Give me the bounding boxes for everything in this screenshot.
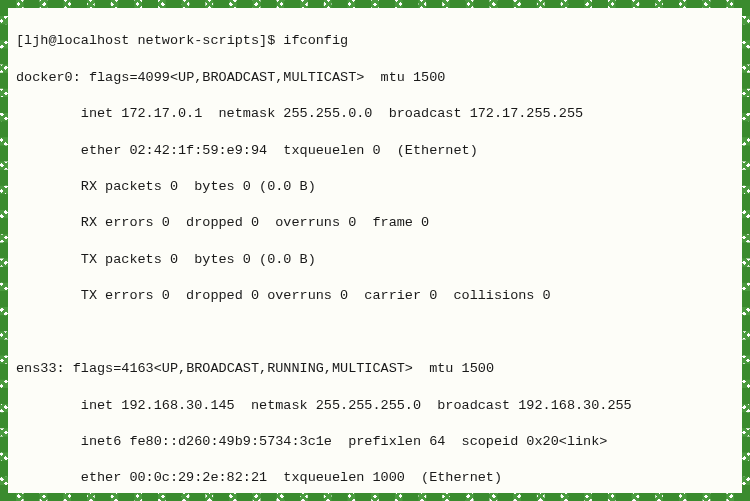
terminal-output: [ljh@localhost network-scripts]$ ifconfi… — [8, 8, 742, 493]
ens33-inet: inet 192.168.30.145 netmask 255.255.255.… — [16, 397, 734, 415]
docker0-ether: ether 02:42:1f:59:e9:94 txqueuelen 0 (Et… — [16, 142, 734, 160]
docker0-header: docker0: flags=4099<UP,BROADCAST,MULTICA… — [16, 69, 734, 87]
shell-prompt[interactable]: [ljh@localhost network-scripts]$ ifconfi… — [16, 32, 734, 50]
blank-line — [16, 324, 734, 342]
docker0-tx-errors: TX errors 0 dropped 0 overruns 0 carrier… — [16, 287, 734, 305]
ens33-ether: ether 00:0c:29:2e:82:21 txqueuelen 1000 … — [16, 469, 734, 487]
ens33-inet6: inet6 fe80::d260:49b9:5734:3c1e prefixle… — [16, 433, 734, 451]
docker0-tx-packets: TX packets 0 bytes 0 (0.0 B) — [16, 251, 734, 269]
docker0-inet: inet 172.17.0.1 netmask 255.255.0.0 broa… — [16, 105, 734, 123]
docker0-rx-packets: RX packets 0 bytes 0 (0.0 B) — [16, 178, 734, 196]
ens33-header: ens33: flags=4163<UP,BROADCAST,RUNNING,M… — [16, 360, 734, 378]
docker0-rx-errors: RX errors 0 dropped 0 overruns 0 frame 0 — [16, 214, 734, 232]
